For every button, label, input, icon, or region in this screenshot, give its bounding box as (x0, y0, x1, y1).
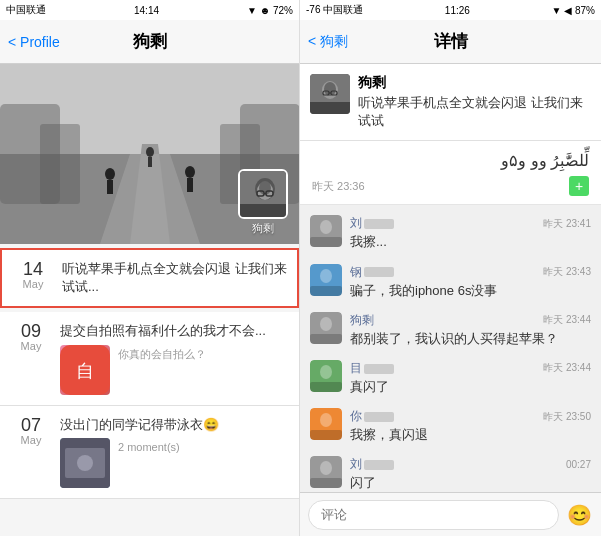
app-icon-1: 自 (60, 345, 110, 395)
detail-header-text: 狗剩 听说苹果手机点全文就会闪退 让我们来试试 (358, 74, 591, 130)
comment-name-row-4: 你 昨天 23:50 (350, 408, 591, 425)
right-carrier: -76 中国联通 (306, 3, 363, 17)
comment-avatar-3 (310, 360, 342, 392)
svg-rect-2 (40, 124, 80, 204)
photo-thumb-2 (60, 438, 110, 488)
comment-name-row-0: 刘 昨天 23:41 (350, 215, 591, 232)
feed-content-1: 提交自拍照有福利什么的我才不会... 自 你真的会自拍么？ (60, 322, 289, 394)
comment-time-4: 昨天 23:50 (543, 410, 591, 424)
svg-rect-18 (240, 204, 286, 219)
svg-rect-30 (310, 102, 350, 114)
profile-avatar-container: 狗剩 (238, 169, 288, 236)
feed-item-0[interactable]: 14 May 听说苹果手机点全文就会闪退 让我们来试试... (0, 248, 299, 308)
feed-list[interactable]: 14 May 听说苹果手机点全文就会闪退 让我们来试试... 09 May 提交… (0, 244, 299, 536)
feed-date-1: 09 May (10, 322, 52, 394)
comment-avatar-svg-0 (310, 215, 342, 247)
comment-avatar-svg-1 (310, 264, 342, 296)
profile-name-below: 狗剩 (252, 221, 274, 236)
comment-time-3: 昨天 23:44 (543, 361, 591, 375)
svg-point-9 (185, 166, 195, 178)
comment-item-5: 刘 00:27 闪了 (300, 450, 601, 492)
avatar-svg (240, 169, 286, 219)
left-panel: 中国联通 14:14 ▼ ☻ 72% < Profile 狗剩 (0, 0, 300, 536)
comment-time-2: 昨天 23:44 (543, 313, 591, 327)
svg-rect-6 (148, 157, 152, 167)
comment-name-3: 目 (350, 360, 394, 377)
comment-body-5: 刘 00:27 闪了 (350, 456, 591, 492)
left-status-icons: ▼ ☻ 72% (247, 5, 293, 16)
left-nav-title: 狗剩 (133, 30, 167, 53)
right-back-button[interactable]: < 狗剩 (308, 33, 348, 51)
feed-day-2: 07 (10, 416, 52, 434)
feed-item-1[interactable]: 09 May 提交自拍照有福利什么的我才不会... 自 你真的会自拍么？ (0, 312, 299, 405)
left-time: 14:14 (134, 5, 159, 16)
left-carrier: 中国联通 (6, 3, 46, 17)
left-nav-bar: < Profile 狗剩 (0, 20, 299, 64)
svg-point-35 (320, 269, 332, 283)
svg-point-44 (320, 413, 332, 427)
comment-name-4: 你 (350, 408, 394, 425)
comment-avatar-svg-4 (310, 408, 342, 440)
feed-sub-1: 你真的会自拍么？ (118, 347, 206, 362)
svg-point-23 (77, 455, 93, 471)
comment-text-3: 真闪了 (350, 378, 591, 396)
comment-avatar-svg-3 (310, 360, 342, 392)
comment-text-5: 闪了 (350, 474, 591, 492)
feed-date-0: 14 May (12, 260, 54, 296)
right-status-icons: ▼ ◀ 87% (552, 5, 595, 16)
profile-hero: 狗剩 (0, 64, 300, 244)
emoji-button[interactable]: 😊 (565, 501, 593, 529)
comment-avatar-0 (310, 215, 342, 247)
feed-day-0: 14 (12, 260, 54, 278)
comment-input-bar: 😊 (300, 492, 601, 536)
svg-text:自: 自 (76, 361, 94, 381)
comment-name-row-1: 钢 昨天 23:43 (350, 264, 591, 281)
svg-point-47 (320, 461, 332, 475)
svg-point-14 (259, 181, 271, 195)
right-panel: -76 中国联通 11:26 ▼ ◀ 87% < 狗剩 详情 狗剩 听说苹果手机… (300, 0, 601, 536)
right-time: 11:26 (445, 5, 470, 16)
svg-point-32 (320, 220, 332, 234)
comment-body-2: 狗剩 昨天 23:44 都别装了，我认识的人买得起苹果？ (350, 312, 591, 348)
left-back-button[interactable]: < Profile (8, 34, 60, 50)
comment-input-field[interactable] (308, 500, 559, 530)
svg-point-38 (320, 317, 332, 331)
comment-avatar-5 (310, 456, 342, 488)
feed-content-0: 听说苹果手机点全文就会闪退 让我们来试试... (62, 260, 287, 296)
svg-rect-36 (310, 286, 342, 296)
comment-item-0: 刘 昨天 23:41 我擦... (300, 209, 601, 257)
feed-image-row-2: 2 moment(s) (60, 438, 289, 488)
comments-list[interactable]: 刘 昨天 23:41 我擦... 钢 昨天 23:43 骗子，我的iphone … (300, 205, 601, 492)
svg-marker-4 (100, 154, 200, 244)
svg-rect-10 (187, 178, 193, 192)
feed-thumb-1: 自 (60, 345, 110, 395)
svg-rect-42 (310, 382, 342, 392)
comment-name-row-3: 目 昨天 23:44 (350, 360, 591, 377)
feed-day-1: 09 (10, 322, 52, 340)
comment-body-1: 钢 昨天 23:43 骗子，我的iphone 6s没事 (350, 264, 591, 300)
post-timestamp: 昨天 23:36 (312, 179, 365, 194)
comment-time-0: 昨天 23:41 (543, 217, 591, 231)
feed-month-2: May (10, 434, 52, 446)
detail-header: 狗剩 听说苹果手机点全文就会闪退 让我们来试试 (300, 64, 601, 141)
comment-text-2: 都别装了，我认识的人买得起苹果？ (350, 330, 591, 348)
comment-text-1: 骗子，我的iphone 6s没事 (350, 282, 591, 300)
comment-avatar-2 (310, 312, 342, 344)
comment-avatar-1 (310, 264, 342, 296)
detail-post-content: 听说苹果手机点全文就会闪退 让我们来试试 (358, 94, 591, 130)
comment-time-5: 00:27 (566, 459, 591, 470)
svg-point-5 (146, 147, 154, 157)
comment-avatar-svg-5 (310, 456, 342, 488)
right-back-label: < 狗剩 (308, 33, 348, 51)
comment-item-2: 狗剩 昨天 23:44 都别装了，我认识的人买得起苹果？ (300, 306, 601, 354)
comment-name-1: 钢 (350, 264, 394, 281)
feed-thumb-2 (60, 438, 110, 488)
comment-body-3: 目 昨天 23:44 真闪了 (350, 360, 591, 396)
comment-item-1: 钢 昨天 23:43 骗子，我的iphone 6s没事 (300, 258, 601, 306)
comment-text-0: 我擦... (350, 233, 591, 251)
detail-author-avatar (310, 74, 350, 114)
feed-item-2[interactable]: 07 May 没出门的同学记得带泳衣😄 2 moment(s) (0, 406, 299, 499)
feed-month-0: May (12, 278, 54, 290)
add-reaction-button[interactable]: + (569, 176, 589, 196)
svg-rect-8 (107, 180, 113, 194)
